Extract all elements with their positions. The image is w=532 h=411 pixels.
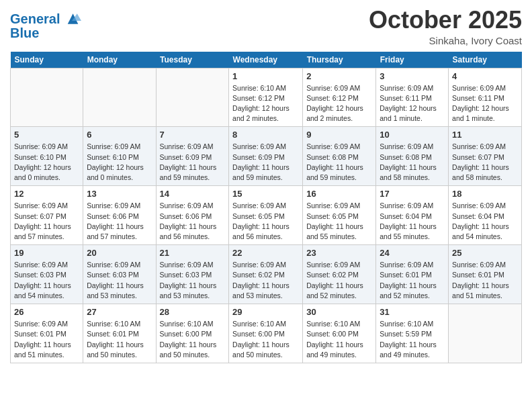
calendar-cell: 3Sunrise: 6:09 AM Sunset: 6:11 PM Daylig… — [376, 68, 449, 127]
day-info: Sunrise: 6:09 AM Sunset: 6:11 PM Dayligh… — [452, 83, 518, 124]
day-number: 24 — [380, 248, 445, 258]
weekday-header-saturday: Saturday — [449, 52, 522, 68]
day-info: Sunrise: 6:09 AM Sunset: 6:03 PM Dayligh… — [87, 260, 152, 301]
day-info: Sunrise: 6:09 AM Sunset: 6:06 PM Dayligh… — [87, 201, 152, 242]
day-info: Sunrise: 6:09 AM Sunset: 6:05 PM Dayligh… — [306, 201, 372, 242]
calendar-cell: 16Sunrise: 6:09 AM Sunset: 6:05 PM Dayli… — [303, 186, 376, 245]
day-number: 10 — [380, 130, 445, 140]
calendar-cell: 17Sunrise: 6:09 AM Sunset: 6:04 PM Dayli… — [376, 186, 449, 245]
day-info: Sunrise: 6:09 AM Sunset: 6:12 PM Dayligh… — [306, 83, 372, 124]
day-number: 7 — [160, 130, 226, 140]
month-title: October 2025 — [369, 7, 522, 34]
day-number: 21 — [160, 248, 226, 258]
calendar-week-row: 26Sunrise: 6:09 AM Sunset: 6:01 PM Dayli… — [11, 304, 522, 363]
calendar-cell — [449, 304, 522, 363]
calendar-cell: 24Sunrise: 6:09 AM Sunset: 6:01 PM Dayli… — [376, 245, 449, 304]
page: General Blue October 2025 Sinkaha, Ivory… — [0, 0, 532, 411]
day-info: Sunrise: 6:10 AM Sunset: 6:01 PM Dayligh… — [87, 319, 152, 360]
day-info: Sunrise: 6:09 AM Sunset: 6:01 PM Dayligh… — [452, 260, 518, 301]
day-number: 11 — [452, 130, 518, 140]
day-number: 2 — [306, 71, 372, 81]
day-info: Sunrise: 6:09 AM Sunset: 6:08 PM Dayligh… — [306, 142, 372, 183]
day-number: 13 — [87, 189, 152, 199]
day-info: Sunrise: 6:09 AM Sunset: 6:10 PM Dayligh… — [14, 142, 79, 183]
calendar-cell — [11, 68, 83, 127]
calendar-cell: 28Sunrise: 6:10 AM Sunset: 6:00 PM Dayli… — [156, 304, 229, 363]
calendar-cell: 7Sunrise: 6:09 AM Sunset: 6:09 PM Daylig… — [156, 127, 229, 186]
calendar-cell: 9Sunrise: 6:09 AM Sunset: 6:08 PM Daylig… — [303, 127, 376, 186]
calendar-cell: 30Sunrise: 6:10 AM Sunset: 6:00 PM Dayli… — [303, 304, 376, 363]
day-info: Sunrise: 6:10 AM Sunset: 6:00 PM Dayligh… — [160, 319, 226, 360]
day-number: 17 — [380, 189, 445, 199]
day-number: 9 — [306, 130, 372, 140]
calendar-cell: 26Sunrise: 6:09 AM Sunset: 6:01 PM Dayli… — [11, 304, 83, 363]
day-number: 27 — [87, 307, 152, 317]
day-number: 5 — [14, 130, 79, 140]
day-info: Sunrise: 6:10 AM Sunset: 5:59 PM Dayligh… — [380, 319, 445, 360]
day-info: Sunrise: 6:09 AM Sunset: 6:06 PM Dayligh… — [160, 201, 226, 242]
day-number: 15 — [232, 189, 299, 199]
calendar-cell: 2Sunrise: 6:09 AM Sunset: 6:12 PM Daylig… — [303, 68, 376, 127]
calendar-cell: 25Sunrise: 6:09 AM Sunset: 6:01 PM Dayli… — [449, 245, 522, 304]
day-info: Sunrise: 6:10 AM Sunset: 6:00 PM Dayligh… — [232, 319, 299, 360]
day-info: Sunrise: 6:09 AM Sunset: 6:07 PM Dayligh… — [14, 201, 79, 242]
day-info: Sunrise: 6:09 AM Sunset: 6:05 PM Dayligh… — [232, 201, 299, 242]
day-info: Sunrise: 6:09 AM Sunset: 6:11 PM Dayligh… — [380, 83, 445, 124]
location: Sinkaha, Ivory Coast — [369, 35, 522, 46]
weekday-header-tuesday: Tuesday — [156, 52, 229, 68]
day-info: Sunrise: 6:09 AM Sunset: 6:01 PM Dayligh… — [380, 260, 445, 301]
day-number: 20 — [87, 248, 152, 258]
day-number: 18 — [452, 189, 518, 199]
day-info: Sunrise: 6:09 AM Sunset: 6:09 PM Dayligh… — [232, 142, 299, 183]
calendar-cell: 1Sunrise: 6:10 AM Sunset: 6:12 PM Daylig… — [229, 68, 303, 127]
calendar-week-row: 5Sunrise: 6:09 AM Sunset: 6:10 PM Daylig… — [11, 127, 522, 186]
calendar-cell: 15Sunrise: 6:09 AM Sunset: 6:05 PM Dayli… — [229, 186, 303, 245]
calendar-cell: 19Sunrise: 6:09 AM Sunset: 6:03 PM Dayli… — [11, 245, 83, 304]
title-area: October 2025 Sinkaha, Ivory Coast — [369, 7, 522, 46]
calendar-cell: 12Sunrise: 6:09 AM Sunset: 6:07 PM Dayli… — [11, 186, 83, 245]
day-number: 1 — [232, 71, 299, 81]
logo-icon — [62, 9, 81, 28]
day-number: 25 — [452, 248, 518, 258]
weekday-header-monday: Monday — [83, 52, 156, 68]
day-number: 22 — [232, 248, 299, 258]
day-number: 6 — [87, 130, 152, 140]
calendar-cell: 23Sunrise: 6:09 AM Sunset: 6:02 PM Dayli… — [303, 245, 376, 304]
day-info: Sunrise: 6:09 AM Sunset: 6:03 PM Dayligh… — [160, 260, 226, 301]
day-number: 12 — [14, 189, 79, 199]
day-info: Sunrise: 6:09 AM Sunset: 6:07 PM Dayligh… — [452, 142, 518, 183]
day-number: 14 — [160, 189, 226, 199]
day-number: 28 — [160, 307, 226, 317]
logo: General Blue — [10, 9, 81, 40]
day-info: Sunrise: 6:09 AM Sunset: 6:04 PM Dayligh… — [452, 201, 518, 242]
calendar-cell: 31Sunrise: 6:10 AM Sunset: 5:59 PM Dayli… — [376, 304, 449, 363]
day-number: 31 — [380, 307, 445, 317]
calendar-cell: 13Sunrise: 6:09 AM Sunset: 6:06 PM Dayli… — [83, 186, 156, 245]
day-number: 29 — [232, 307, 299, 317]
calendar-week-row: 19Sunrise: 6:09 AM Sunset: 6:03 PM Dayli… — [11, 245, 522, 304]
day-info: Sunrise: 6:09 AM Sunset: 6:10 PM Dayligh… — [87, 142, 152, 183]
calendar-cell: 8Sunrise: 6:09 AM Sunset: 6:09 PM Daylig… — [229, 127, 303, 186]
day-info: Sunrise: 6:09 AM Sunset: 6:04 PM Dayligh… — [380, 201, 445, 242]
day-info: Sunrise: 6:09 AM Sunset: 6:02 PM Dayligh… — [232, 260, 299, 301]
calendar-cell: 6Sunrise: 6:09 AM Sunset: 6:10 PM Daylig… — [83, 127, 156, 186]
logo-text: General — [10, 11, 60, 26]
day-number: 8 — [232, 130, 299, 140]
day-number: 23 — [306, 248, 372, 258]
calendar-cell — [156, 68, 229, 127]
weekday-header-sunday: Sunday — [11, 52, 83, 68]
day-number: 19 — [14, 248, 79, 258]
calendar-week-row: 12Sunrise: 6:09 AM Sunset: 6:07 PM Dayli… — [11, 186, 522, 245]
calendar-table: SundayMondayTuesdayWednesdayThursdayFrid… — [10, 52, 522, 363]
day-number: 30 — [306, 307, 372, 317]
day-number: 26 — [14, 307, 79, 317]
day-info: Sunrise: 6:09 AM Sunset: 6:08 PM Dayligh… — [380, 142, 445, 183]
day-info: Sunrise: 6:09 AM Sunset: 6:01 PM Dayligh… — [14, 319, 79, 360]
calendar-cell: 4Sunrise: 6:09 AM Sunset: 6:11 PM Daylig… — [449, 68, 522, 127]
header: General Blue October 2025 Sinkaha, Ivory… — [10, 7, 522, 46]
calendar-cell: 18Sunrise: 6:09 AM Sunset: 6:04 PM Dayli… — [449, 186, 522, 245]
day-number: 16 — [306, 189, 372, 199]
calendar-cell: 29Sunrise: 6:10 AM Sunset: 6:00 PM Dayli… — [229, 304, 303, 363]
weekday-header-wednesday: Wednesday — [229, 52, 303, 68]
calendar-week-row: 1Sunrise: 6:10 AM Sunset: 6:12 PM Daylig… — [11, 68, 522, 127]
